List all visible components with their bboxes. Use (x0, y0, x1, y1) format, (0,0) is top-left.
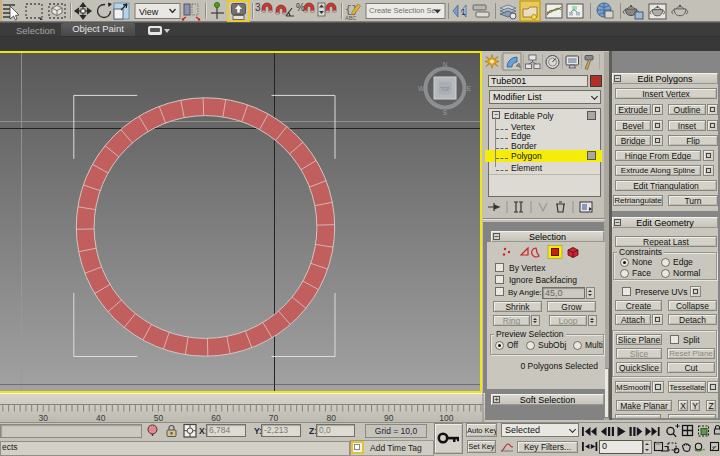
svg-text:S: S (443, 109, 448, 116)
svg-text:60: 60 (211, 413, 221, 422)
svg-text:30: 30 (38, 413, 48, 422)
svg-text:1: 1 (461, 7, 466, 17)
svg-text:TOP: TOP (440, 87, 449, 92)
svg-text:70: 70 (269, 413, 279, 422)
svg-text:3: 3 (255, 2, 261, 13)
svg-text:View: View (139, 7, 159, 17)
svg-text:100: 100 (439, 413, 453, 422)
svg-text:E: E (467, 85, 472, 92)
svg-text:%: % (296, 2, 305, 13)
svg-text:90: 90 (384, 413, 394, 422)
svg-text:N: N (443, 61, 448, 68)
svg-text:W: W (418, 85, 425, 92)
svg-text:40: 40 (96, 413, 106, 422)
svg-text:50: 50 (154, 413, 164, 422)
svg-text:80: 80 (326, 413, 336, 422)
svg-text:ABC: ABC (345, 15, 356, 21)
svg-text:Create Selection Se: Create Selection Se (369, 6, 436, 15)
